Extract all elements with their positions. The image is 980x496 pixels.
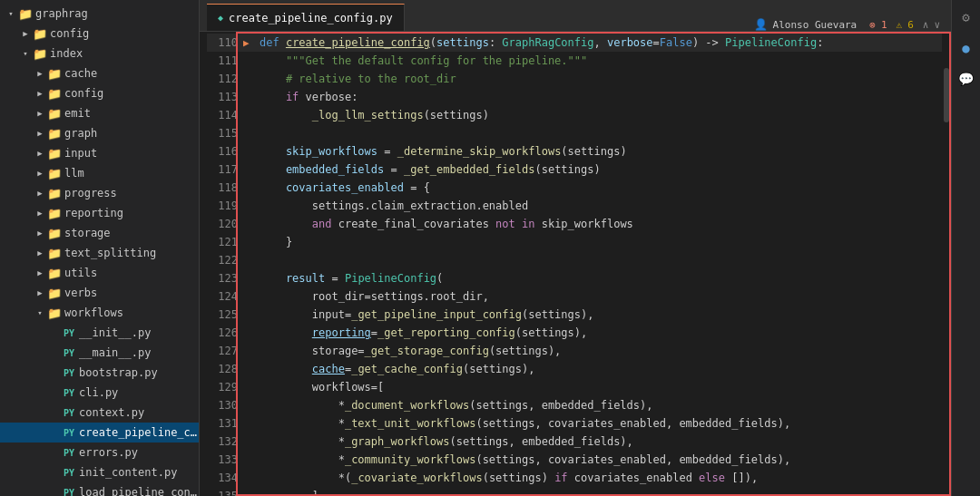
copilot-icon[interactable]: ● [956, 38, 976, 58]
sidebar-item-index[interactable]: ▾📁index [0, 44, 199, 63]
tree-label-contextpy: context.py [79, 406, 144, 419]
code-text-113: if verbose: [256, 88, 358, 106]
code-line-132: 132 *_graph_workflows(settings, embedded… [207, 433, 942, 451]
line-number-112: 112 [207, 70, 243, 88]
code-line-123: 123 result = PipelineConfig( [207, 269, 942, 287]
tree-icon-graphrag: 📁 [18, 7, 33, 21]
code-text-133: *_community_workflows(settings, covariat… [256, 451, 790, 469]
code-line-127: 127 storage=_get_storage_config(settings… [207, 342, 942, 360]
tree-arrow-config2: ▶ [33, 89, 47, 98]
settings-icon[interactable]: ⚙ [956, 7, 976, 27]
tree-arrow-workflows: ▾ [33, 308, 47, 317]
scrollbar[interactable] [942, 32, 951, 496]
sidebar-item-graph[interactable]: ▶📁graph [0, 123, 199, 143]
sidebar-item-__init__py[interactable]: PY__init__.py [0, 323, 199, 343]
tree-label-create_pipeline_config: create_pipeline_config.py [79, 426, 199, 439]
sidebar-item-input[interactable]: ▶📁input [0, 143, 199, 163]
sidebar-item-cache[interactable]: ▶📁cache [0, 63, 199, 83]
sidebar-item-config[interactable]: ▶📁config [0, 24, 199, 44]
tab-bar-right: 👤 Alonso Guevara ⊗ 1 ⚠ 6 ∧ ∨ [754, 18, 944, 31]
tree-icon-config2: 📁 [47, 87, 62, 101]
code-line-110: 110▶def create_pipeline_config(settings:… [207, 34, 942, 52]
chat-icon[interactable]: 💬 [956, 69, 976, 89]
sidebar-item-reporting[interactable]: ▶📁reporting [0, 203, 199, 223]
tree-icon-llm: 📁 [47, 167, 62, 180]
tree-label-load_pipeline_configpy: load_pipeline_config.py [79, 486, 199, 496]
code-editor[interactable]: 110▶def create_pipeline_config(settings:… [200, 32, 942, 496]
tree-icon-index: 📁 [33, 47, 47, 61]
code-text-126: reporting=_get_reporting_config(settings… [256, 324, 587, 342]
sidebar-item-text_splitting[interactable]: ▶📁text_splitting [0, 243, 199, 263]
sidebar-item-verbs[interactable]: ▶📁verbs [0, 283, 199, 303]
tree-label-clipy: cli.py [79, 386, 118, 399]
sidebar-item-llm[interactable]: ▶📁llm [0, 163, 199, 183]
line-number-116: 116 [207, 142, 243, 160]
tree-label-index: index [50, 47, 83, 60]
line-number-119: 119 [207, 197, 243, 215]
sidebar-item-errorspy[interactable]: PYerrors.py [0, 443, 199, 462]
tree-icon-__init__py: PY [62, 328, 76, 338]
active-tab[interactable]: ◆ create_pipeline_config.py [207, 4, 405, 31]
sidebar-item-create_pipeline_config[interactable]: PYcreate_pipeline_config.py [0, 423, 199, 443]
tree-icon-progress: 📁 [47, 187, 62, 200]
warning-count: 6 [907, 19, 914, 31]
code-line-117: 117 embedded_fields = _get_embedded_fiel… [207, 160, 942, 179]
tree-label-errorspy: errors.py [79, 446, 138, 459]
code-text-124: root_dir=settings.root_dir, [256, 287, 489, 306]
chevron-up-icon[interactable]: ∧ [923, 19, 929, 31]
tree-icon-config: 📁 [33, 27, 47, 41]
tree-icon-workflows: 📁 [47, 306, 62, 320]
sidebar-item-storage[interactable]: ▶📁storage [0, 223, 199, 243]
tree-label-progress: progress [64, 187, 117, 199]
sidebar-item-init_contentpy[interactable]: PYinit_content.py [0, 462, 199, 482]
chevron-down-icon[interactable]: ∨ [934, 19, 940, 31]
sidebar-item-__main__py[interactable]: PY__main__.py [0, 343, 199, 363]
sidebar-item-utils[interactable]: ▶📁utils [0, 263, 199, 283]
sidebar-item-progress[interactable]: ▶📁progress [0, 183, 199, 203]
code-text-121: } [256, 233, 292, 251]
tree-label-init_contentpy: init_content.py [79, 466, 177, 479]
tab-user: Alonso Guevara [773, 19, 858, 31]
line-number-126: 126 [207, 324, 243, 342]
sidebar-item-contextpy[interactable]: PYcontext.py [0, 403, 199, 423]
code-line-120: 120 and create_final_covariates not in s… [207, 215, 942, 233]
tree-label-text_splitting: text_splitting [64, 247, 156, 259]
tree-label-verbs: verbs [64, 287, 97, 299]
code-line-114: 114 _log_llm_settings(settings) [207, 106, 942, 124]
code-text-118: covariates_enabled = { [256, 179, 430, 197]
line-number-127: 127 [207, 342, 243, 360]
tree-label-input: input [64, 147, 97, 160]
tree-arrow-graph: ▶ [33, 129, 47, 138]
tree-label-llm: llm [64, 167, 84, 180]
code-text-127: storage=_get_storage_config(settings), [256, 342, 561, 360]
code-text-129: workflows=[ [256, 378, 384, 396]
line-number-128: 128 [207, 360, 243, 378]
line-number-132: 132 [207, 433, 243, 451]
code-text-132: *_graph_workflows(settings, embedded_fie… [256, 433, 633, 451]
sidebar-item-load_pipeline_configpy[interactable]: PYload_pipeline_config.py [0, 482, 199, 496]
sidebar-item-clipy[interactable]: PYcli.py [0, 383, 199, 403]
code-line-111: 111 """Get the default config for the pi… [207, 52, 942, 70]
code-line-135: 135 ], [207, 487, 942, 496]
tree-label-graph: graph [64, 127, 97, 140]
code-text-112: # relative to the root_dir [256, 70, 456, 88]
sidebar-item-graphrag[interactable]: ▾📁graphrag [0, 4, 199, 24]
scrollbar-thumb[interactable] [944, 68, 949, 122]
tree-arrow-emit: ▶ [33, 109, 47, 118]
code-line-129: 129 workflows=[ [207, 378, 942, 396]
tree-arrow-config: ▶ [18, 29, 33, 38]
tree-label-__init__py: __init__.py [79, 326, 151, 339]
sidebar-item-workflows[interactable]: ▾📁workflows [0, 303, 199, 323]
tree-icon-init_contentpy: PY [62, 468, 76, 478]
sidebar-item-config2[interactable]: ▶📁config [0, 83, 199, 103]
code-line-121: 121 } [207, 233, 942, 251]
warning-icon: ⚠ [897, 19, 903, 31]
code-line-134: 134 *(_covariate_workflows(settings) if … [207, 469, 942, 487]
code-line-113: 113 if verbose: [207, 88, 942, 106]
sidebar-item-emit[interactable]: ▶📁emit [0, 103, 199, 123]
code-line-122: 122 [207, 251, 942, 269]
sidebar-item-bootstrappy[interactable]: PYbootstrap.py [0, 363, 199, 383]
tree-label-cache: cache [64, 67, 97, 80]
line-number-113: 113 [207, 88, 243, 106]
tree-arrow-reporting: ▶ [33, 209, 47, 218]
